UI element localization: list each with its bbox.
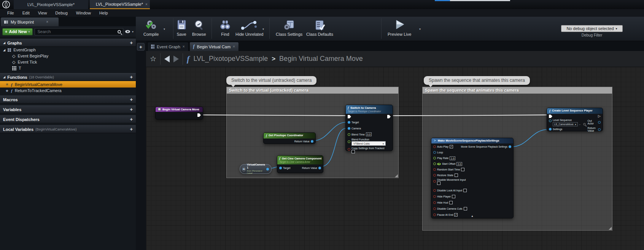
comment-resize-handle[interactable] — [395, 174, 398, 177]
graphs-header[interactable]: ◢ Graphs + — [0, 39, 136, 47]
hide-player-pin[interactable] — [433, 195, 436, 198]
use-selected-icon[interactable]: ← — [579, 123, 582, 126]
add-variable-button[interactable]: + — [130, 107, 133, 112]
exec-out-pin[interactable]: ▷ — [598, 115, 601, 118]
disable-movement-input-checkbox[interactable] — [437, 182, 440, 185]
blend-time-pin[interactable] — [348, 133, 350, 136]
node-make-playback-settings[interactable]: ≻ Make MovieSceneSequencePlaybackSetting… — [431, 138, 514, 218]
target-pin[interactable] — [279, 167, 282, 169]
disable-camera-cuts-pin[interactable] — [433, 207, 436, 210]
comment-resize-handle[interactable] — [609, 227, 612, 230]
hide-player-checkbox[interactable] — [452, 195, 455, 198]
hide-unrelated-options-caret[interactable]: ▾ — [262, 27, 264, 31]
event-tick-row[interactable]: ◇ Event Tick — [0, 59, 136, 65]
restore-state-pin[interactable] — [433, 174, 436, 177]
event-beginplay-row[interactable]: ◇ Event BeginPlay — [0, 53, 136, 59]
menu-file[interactable]: File — [3, 11, 18, 15]
menu-debug[interactable]: Debug — [51, 11, 72, 15]
asset-tab-blueprint-active[interactable]: LVL_PixotopeVSSample* × — [90, 0, 150, 9]
add-function-button[interactable]: + — [130, 74, 133, 80]
actor-out-pin[interactable] — [266, 168, 269, 170]
random-start-time-pin[interactable] — [433, 168, 436, 171]
copy-settings-checkbox[interactable] — [351, 150, 355, 153]
browse-asset-icon[interactable] — [583, 123, 585, 126]
close-icon[interactable]: × — [46, 20, 48, 24]
menu-help[interactable]: Help — [95, 11, 112, 15]
camera-pin[interactable] — [348, 127, 350, 130]
target-pin[interactable] — [348, 121, 350, 124]
return-value-pin[interactable] — [598, 128, 601, 131]
local-variables-header[interactable]: Local Variables (BeginVirtualCameraMove)… — [0, 125, 136, 133]
return-value-pin[interactable] — [311, 140, 313, 143]
preview-live-options-caret[interactable]: ▾ — [419, 27, 421, 31]
forward-arrow-icon[interactable] — [173, 56, 179, 62]
function-beginvirtualcameramove-row[interactable]: ★ f BeginVirtualCameraMove — [0, 81, 136, 88]
tab-event-graph[interactable]: Event Graph × — [147, 42, 189, 51]
hide-unrelated-button[interactable]: Hide Unrelated — [235, 19, 263, 37]
loop-pin[interactable] — [433, 151, 436, 154]
restore-state-checkbox[interactable] — [455, 174, 458, 177]
find-button[interactable]: Find — [219, 19, 232, 37]
add-graph-button[interactable]: + — [130, 40, 133, 46]
class-settings-button[interactable]: Class Settings — [276, 19, 302, 37]
add-local-variable-button[interactable]: + — [130, 126, 133, 132]
node-begin-virtual-camera-move[interactable]: Begin Virtual Camera Move — [155, 107, 203, 119]
exec-in-pin[interactable] — [348, 115, 351, 118]
random-start-time-checkbox[interactable] — [461, 168, 464, 171]
node-switch-to-camera[interactable]: f Switch to Camera Target is Pixotope Co… — [345, 105, 393, 151]
add-new-button[interactable]: + Add New ▾ — [2, 28, 33, 35]
eventgraph-row[interactable]: ◢ EventGraph — [0, 47, 136, 53]
add-macro-button[interactable]: + — [130, 97, 133, 102]
auto-play-checkbox[interactable]: ✓ — [450, 145, 453, 148]
breadcrumb-root[interactable]: LVL_PixotopeVSSample — [193, 55, 268, 63]
bookmark-star-icon[interactable]: ☆ — [150, 54, 156, 63]
blend-function-pin[interactable] — [348, 140, 350, 143]
return-value-pin[interactable] — [318, 167, 321, 169]
exec-out-pin[interactable] — [197, 113, 201, 117]
exec-out-pin[interactable] — [387, 115, 391, 118]
blueprint-graph-canvas[interactable]: Switch to the virtual (untracked) camera… — [146, 67, 644, 250]
my-blueprint-tab[interactable]: My Blueprint × — [1, 18, 59, 26]
close-icon[interactable]: × — [233, 45, 235, 49]
debug-object-select[interactable]: No debug object selected ▾ — [561, 25, 623, 32]
functions-header[interactable]: ◢ Functions (18 Overridable) + — [0, 73, 136, 81]
play-rate-input[interactable]: 1.0 — [450, 156, 455, 160]
hide-hud-checkbox[interactable] — [449, 201, 453, 204]
search-input[interactable] — [37, 29, 118, 34]
node-create-level-sequence-player[interactable]: f Create Level Sequence Player ▷ Level S… — [547, 108, 603, 131]
close-icon[interactable]: × — [145, 2, 148, 6]
macros-header[interactable]: Macros + — [0, 96, 136, 104]
menu-edit[interactable]: Edit — [18, 11, 34, 15]
class-defaults-button[interactable]: Class Defaults — [306, 19, 333, 37]
event-t-row[interactable]: T — [0, 65, 136, 71]
disable-camera-cuts-checkbox[interactable] — [464, 207, 467, 210]
comment-title[interactable]: Spawn the sequence that animates this ca… — [423, 87, 612, 94]
pause-at-end-checkbox[interactable]: ✓ — [454, 213, 458, 217]
hide-hud-pin[interactable] — [433, 201, 436, 204]
compile-options-caret[interactable]: ▾ — [164, 27, 165, 31]
close-icon[interactable]: × — [183, 45, 185, 49]
asset-tab-level[interactable]: LVL_PixotopeVSSample* — [14, 0, 88, 9]
play-rate-pin[interactable] — [433, 157, 436, 159]
start-offset-pin[interactable] — [433, 162, 436, 165]
menu-view[interactable]: View — [34, 11, 51, 15]
node-virtualcamera-reference[interactable]: ◉ VirtualCamera 1 from Persistent Level — [240, 164, 272, 174]
node-get-pixotope-coordinator[interactable]: f Get Pixotope Coordinator Return Value — [263, 132, 316, 144]
out-actor-pin[interactable] — [598, 121, 601, 124]
back-arrow-icon[interactable] — [164, 56, 170, 62]
breadcrumb-current[interactable]: Begin Virtual Camera Move — [279, 55, 363, 63]
function-returntotrackedcamera-row[interactable]: ★ f ReturnToTrackedCamera — [0, 88, 136, 94]
node-get-cine-camera-component[interactable]: f Get Cine Camera Component Target is Ci… — [277, 155, 323, 173]
event-dispatchers-header[interactable]: Event Dispatchers + — [0, 115, 136, 123]
blend-time-input[interactable]: 0.0 — [366, 132, 372, 136]
level-sequence-dropdown[interactable]: LS_CameraMove ▾ — [553, 122, 578, 126]
auto-play-pin[interactable] — [433, 145, 436, 148]
copy-settings-pin[interactable] — [348, 148, 350, 151]
playback-settings-out-pin[interactable] — [509, 145, 511, 148]
compile-button[interactable]: Compile — [143, 19, 159, 37]
new-tab-button[interactable]: + — [137, 43, 145, 51]
add-dispatcher-button[interactable]: + — [130, 116, 133, 122]
disable-movement-input-pin[interactable] — [433, 180, 436, 183]
preview-live-button[interactable]: Preview Live — [388, 19, 411, 37]
comment-title[interactable]: Switch to the virtual (untracked) camera — [227, 87, 398, 94]
